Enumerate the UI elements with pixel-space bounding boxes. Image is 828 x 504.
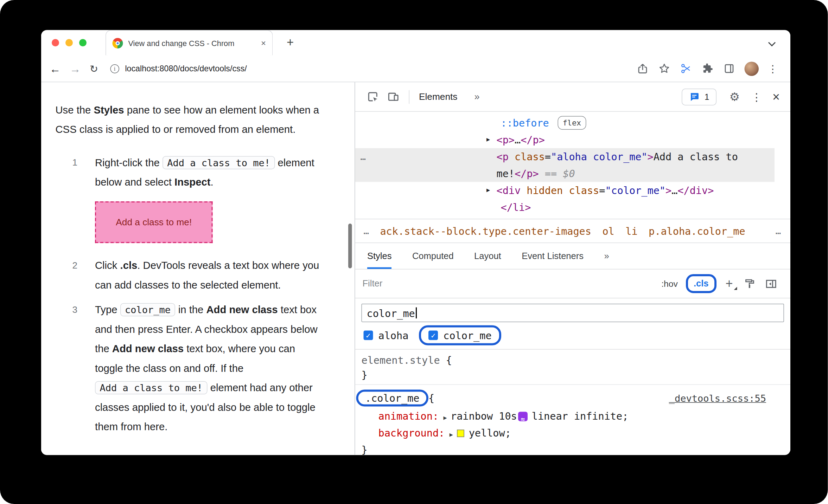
fullscreen-window-button[interactable] (79, 39, 87, 46)
breadcrumb-p-aloha[interactable]: p.aloha.color_me (649, 225, 745, 237)
computed-sidebar-toggle-button[interactable] (765, 278, 777, 290)
dom-breadcrumbs: … ack.stack--block.type.center-images ol… (355, 219, 791, 243)
add-new-class-value: color_me (367, 307, 415, 319)
styles-subtabs: Styles Computed Layout Event Listeners » (355, 243, 791, 269)
inspect-element-button[interactable] (367, 91, 379, 103)
color-me-checkbox[interactable] (428, 331, 438, 340)
new-tab-button[interactable]: + (283, 35, 298, 50)
dom-node-selected[interactable]: … <p class="aloha color_me">Add a class … (355, 148, 775, 182)
color-me-selector-callout-ring: .color_me (356, 390, 428, 407)
step-1-text: Right-click the Add a class to me! eleme… (95, 153, 323, 192)
bookmark-star-button[interactable] (658, 62, 671, 75)
window-content: Use the Styles pane to see how an elemen… (41, 82, 790, 455)
step-2: 2 Click .cls. DevTools reveals a text bo… (56, 256, 355, 295)
property-animation[interactable]: animation:rainbow 10slinear infinite; (355, 409, 791, 426)
element-style-selector[interactable]: element.style (362, 354, 440, 366)
paint-roller-icon[interactable] (744, 278, 756, 290)
screenshot-canvas: View and change CSS - Chrom × + ← → ↻ i … (0, 0, 828, 504)
dom-selected-line-2: me!</p> == $0 (355, 165, 775, 182)
styles-filter-bar: :hov .cls + (355, 269, 791, 298)
scissors-extension-button[interactable] (680, 62, 692, 75)
devtools-close-button[interactable]: × (772, 89, 780, 104)
article: Use the Styles pane to see how an elemen… (41, 82, 355, 437)
toolbar-separator (409, 90, 410, 104)
tab-computed[interactable]: Computed (412, 243, 454, 269)
browser-toolbar: ← → ↻ i localhost:8080/docs/devtools/css… (41, 56, 790, 83)
breadcrumb-ol[interactable]: ol (602, 225, 614, 237)
demo-element[interactable]: Add a class to me! (95, 201, 213, 243)
page-content: Use the Styles pane to see how an elemen… (41, 82, 355, 455)
rule-color-me-header: .color_me { _devtools.scss:55 (355, 388, 791, 409)
breadcrumb-overflow-icon[interactable]: … (364, 226, 369, 236)
dom-node-before[interactable]: ::beforeflex (355, 115, 791, 131)
tab-layout[interactable]: Layout (474, 243, 501, 269)
class-toggles-row: aloha color_me (362, 325, 784, 345)
breadcrumb-li[interactable]: li (625, 225, 637, 237)
class-toggle-aloha[interactable]: aloha (364, 330, 409, 341)
chrome-favicon-icon (113, 38, 123, 48)
stylesheet-source-link[interactable]: _devtools.scss:55 (669, 393, 766, 404)
close-window-button[interactable] (52, 39, 59, 46)
hov-toggle-button[interactable]: :hov (661, 279, 678, 289)
tab-styles[interactable]: Styles (367, 243, 391, 269)
step-3-text: Type color_me in the Add new class text … (95, 300, 323, 437)
browser-tab[interactable]: View and change CSS - Chrom × (106, 30, 273, 56)
more-panels-icon[interactable]: » (474, 91, 479, 103)
tab-title: View and change CSS - Chrom (128, 39, 248, 47)
styles-filter-input[interactable] (363, 278, 657, 289)
share-button[interactable] (636, 62, 649, 75)
expand-icon[interactable]: ▶ (486, 182, 490, 199)
extensions-puzzle-button[interactable] (701, 62, 714, 75)
tab-strip: View and change CSS - Chrom × + (41, 30, 790, 56)
expand-icon[interactable]: ▶ (486, 131, 490, 148)
breadcrumb-stack[interactable]: ack.stack--block.type.center-images (380, 225, 591, 237)
page-scrollbar-thumb[interactable] (348, 224, 352, 269)
devtools-menu-button[interactable]: ⋮ (751, 90, 762, 103)
profile-avatar[interactable] (745, 62, 759, 76)
dom-node-div-hidden[interactable]: ▶ <div hidden class="color_me">…</div> (355, 182, 791, 199)
rule-element-style-close: } (355, 368, 791, 382)
messages-count: 1 (705, 92, 709, 102)
back-button[interactable]: ← (50, 63, 61, 74)
color-me-selector[interactable]: .color_me (365, 392, 419, 404)
color-me-callout-ring: color_me (419, 325, 501, 345)
aloha-checkbox[interactable] (364, 331, 373, 340)
dom-node-li-close[interactable]: </li> (355, 199, 791, 216)
url-text: localhost:8080/docs/devtools/css/ (125, 64, 247, 73)
class-toggle-color-me[interactable]: color_me (428, 330, 491, 341)
settings-gear-button[interactable]: ⚙ (729, 90, 740, 104)
step-2-number: 2 (56, 256, 95, 295)
dom-tree: ::beforeflex ▶ <p>…</p> … <p class="aloh… (355, 112, 791, 219)
chat-bubble-icon (689, 91, 700, 102)
rule-color-me-close: } (355, 442, 791, 455)
side-panel-button[interactable] (723, 62, 735, 75)
address-bar[interactable]: i localhost:8080/docs/devtools/css/ (110, 64, 627, 73)
overflow-dots-icon[interactable]: … (361, 148, 366, 165)
step-1: 1 Right-click the Add a class to me! ele… (56, 153, 355, 251)
reload-button[interactable]: ↻ (90, 64, 98, 74)
messages-button[interactable]: 1 (682, 88, 717, 105)
cls-toggle-button[interactable]: .cls (694, 278, 709, 289)
tab-close-icon[interactable]: × (261, 38, 266, 48)
more-subtabs-icon[interactable]: » (604, 243, 609, 269)
site-info-icon[interactable]: i (110, 64, 119, 73)
devtools-toolbar: Elements » 1 ⚙ ⋮ × (355, 82, 791, 112)
tab-event-listeners[interactable]: Event Listeners (522, 243, 584, 269)
rule-element-style-open: element.style { (355, 353, 791, 368)
traffic-lights (52, 39, 87, 46)
aloha-label: aloha (378, 330, 409, 341)
add-new-class-input[interactable]: color_me (362, 304, 784, 322)
property-background[interactable]: background:yellow; (355, 426, 791, 442)
tab-search-chevron-icon[interactable] (768, 39, 776, 46)
minimize-window-button[interactable] (65, 39, 73, 46)
cls-callout-ring: .cls (686, 274, 716, 293)
styles-rules: element.style { } .color_me { _devtools.… (355, 349, 791, 455)
text-cursor (415, 308, 416, 319)
forward-button[interactable]: → (70, 63, 81, 74)
breadcrumb-overflow-right-icon[interactable]: … (776, 226, 781, 236)
browser-menu-button[interactable]: ⋮ (768, 63, 778, 75)
new-style-rule-button[interactable]: + (725, 277, 733, 290)
dom-node-p-collapsed[interactable]: ▶ <p>…</p> (355, 131, 791, 148)
tab-elements[interactable]: Elements (419, 91, 457, 103)
device-toolbar-button[interactable] (387, 91, 400, 103)
